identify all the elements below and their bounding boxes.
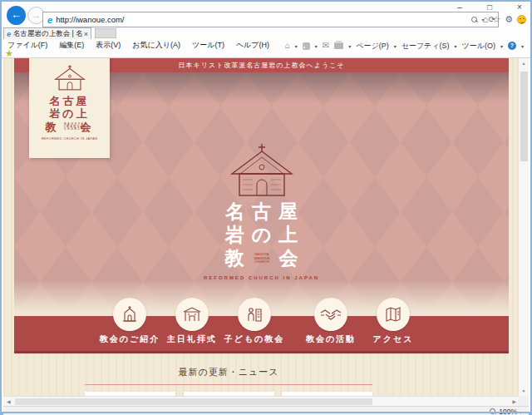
card-text-row2: 岩の上: [29, 107, 110, 120]
horizontal-scrollbar[interactable]: ◀ ▶: [3, 396, 521, 406]
card-text-row3: 教 NAGOYA IWANOUE CHURCH 会: [29, 120, 110, 134]
tab-title: 名古屋岩の上教会 | 名古屋...: [13, 29, 82, 39]
news-heading: 最新の更新・ニュース: [85, 366, 372, 378]
menu-edit[interactable]: 編集(E): [53, 39, 90, 52]
logo-subtitle: REFORMED CHURCH IN JAPAN: [191, 275, 332, 280]
favorites-star-icon[interactable]: ☆: [492, 12, 500, 26]
vertical-scroll-thumb[interactable]: [520, 72, 528, 161]
logo-text-row3: 教 NAGOYA IWANOUE CHURCH 会: [191, 246, 332, 269]
card-mini-caps: NAGOYA IWANOUE CHURCH: [64, 122, 76, 131]
map-icon: [377, 298, 410, 331]
nav-label: アクセス: [356, 333, 431, 345]
new-tab-button[interactable]: [95, 28, 116, 38]
address-bar[interactable]: e http://iwanoue.com/ ▾ ⟳: [42, 12, 499, 27]
url-text[interactable]: http://iwanoue.com/: [56, 15, 470, 24]
browser-window: – □ × ← → e http://iwanoue.com/ ▾ ⟳ ⌂ ☆ …: [0, 0, 532, 415]
nav-label: 子どもの教会: [217, 333, 292, 345]
page-menu[interactable]: ページ(P): [356, 41, 388, 52]
card-subtitle: REFORMED CHURCH IN JAPAN: [35, 136, 103, 140]
feedback-smiley-icon[interactable]: [517, 15, 526, 24]
church-building-icon: [113, 298, 146, 331]
logo-char-kyo: 教: [225, 246, 244, 269]
scroll-up-icon[interactable]: ▲: [519, 61, 529, 66]
page-content: 日本キリスト改革派名古屋岩の上教会へようこそ: [14, 58, 509, 396]
card-text-row1: 名古屋: [29, 95, 110, 107]
window-bottom-border: [2, 412, 530, 413]
menu-help[interactable]: ヘルプ(H): [230, 39, 275, 52]
nav-item-children-church[interactable]: 子どもの教会: [217, 298, 292, 345]
news-section: 最新の更新・ニュース: [85, 353, 372, 396]
back-button[interactable]: ←: [7, 6, 26, 25]
scroll-right-icon[interactable]: ▶: [512, 398, 516, 404]
status-bar: 100% ▾: [3, 406, 529, 415]
search-icon[interactable]: [471, 17, 478, 23]
site-logo-center: 名古屋 岩の上 教 NAGOYA IWANOUE CHURCH 会 REFORM…: [191, 143, 332, 280]
page-viewport: 日本キリスト改革派名古屋岩の上教会へようこそ: [3, 58, 521, 396]
ie-page-icon: e: [47, 15, 52, 25]
tab-favicon: e: [7, 30, 11, 38]
mail-icon[interactable]: ✉: [323, 42, 329, 50]
logo-text-row1: 名古屋: [191, 200, 332, 223]
worship-icon: [175, 298, 209, 331]
print-dropdown-icon[interactable]: ▾: [348, 43, 351, 49]
logo-mini-caps: NAGOYA IWANOUE CHURCH: [252, 252, 272, 263]
nav-item-access[interactable]: アクセス: [356, 298, 431, 345]
horizontal-scroll-thumb[interactable]: [15, 398, 372, 405]
handshake-icon: [314, 298, 347, 331]
menu-view[interactable]: 表示(V): [90, 39, 126, 52]
logo-text-row2: 岩の上: [191, 223, 332, 246]
command-bar: ⌂▾ ▾ ✉ ▾ ページ(P)▾ セーフティ(S)▾ ツール(O)▾ ?▾: [285, 39, 524, 52]
navigation-bar: ← → e http://iwanoue.com/ ▾ ⟳ ⌂ ☆ ⚙: [2, 3, 530, 27]
scrollbar-corner: [518, 396, 529, 406]
home-icon[interactable]: ⌂: [483, 12, 489, 26]
safety-menu[interactable]: セーフティ(S): [401, 41, 450, 52]
scroll-down-icon[interactable]: ▼: [519, 388, 529, 393]
card-char-kyo: 教: [46, 121, 59, 133]
logo-char-kai: 会: [279, 246, 298, 269]
help-icon[interactable]: ?: [508, 42, 516, 50]
rss-feed-icon[interactable]: [303, 42, 310, 50]
menu-tools[interactable]: ツール(T): [186, 39, 230, 52]
home-dropdown-icon[interactable]: ▾: [295, 43, 298, 49]
settings-gear-icon[interactable]: ⚙: [505, 12, 513, 26]
tab-active[interactable]: e 名古屋岩の上教会 | 名古屋... ×: [3, 27, 91, 39]
church-illustration-small-icon: [51, 63, 89, 91]
news-divider: [85, 384, 372, 385]
site-logo-card[interactable]: 名古屋 岩の上 教 NAGOYA IWANOUE CHURCH 会 REFORM…: [29, 58, 110, 158]
vertical-scrollbar[interactable]: ▲ ▼: [518, 58, 529, 396]
print-icon[interactable]: [334, 42, 343, 49]
tools-menu[interactable]: ツール(O): [462, 41, 495, 52]
church-illustration-icon: [222, 143, 302, 196]
menu-favorites[interactable]: お気に入り(A): [126, 39, 186, 52]
tab-close-icon[interactable]: ×: [84, 30, 88, 38]
children-church-icon: [238, 298, 271, 331]
home-small-icon[interactable]: ⌂: [285, 39, 290, 52]
feed-dropdown-icon[interactable]: ▾: [315, 43, 318, 49]
scroll-left-icon[interactable]: ◀: [7, 398, 11, 404]
tab-bar: e 名古屋岩の上教会 | 名古屋... ×: [2, 27, 530, 39]
